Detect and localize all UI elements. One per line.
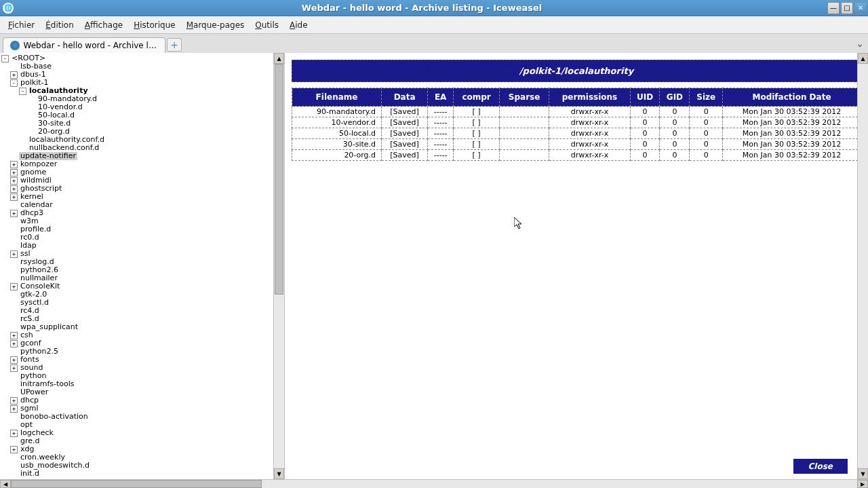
minimize-button[interactable]: —	[827, 2, 840, 14]
expand-icon[interactable]: +	[10, 405, 18, 413]
table-cell: 10-vendor.d	[292, 117, 382, 128]
tree-node[interactable]: init.d	[1, 470, 272, 478]
menu-aide[interactable]: Aide	[284, 19, 313, 31]
menu-affichage[interactable]: Affichage	[79, 19, 128, 31]
tree-node[interactable]: rc4.d	[1, 307, 272, 315]
column-header: EA	[428, 88, 454, 107]
table-row[interactable]: 20-org.d[Saved]-----[ ]drwxr-xr-x000Mon …	[292, 150, 861, 161]
menu-outils[interactable]: Outils	[250, 19, 284, 31]
expand-icon[interactable]: +	[10, 356, 18, 364]
tab-label: Webdar - hello word - Archive lis...	[24, 41, 158, 50]
tree-node[interactable]: +dhcp	[1, 396, 272, 405]
tree-node[interactable]: UPower	[1, 388, 272, 396]
tab-active[interactable]: Webdar - hello word - Archive lis...	[3, 37, 165, 53]
scroll-up-icon[interactable]: ▲	[858, 53, 868, 64]
table-cell: 0	[660, 128, 690, 139]
menu-fichier[interactable]: Fichier	[3, 19, 40, 31]
tree-node[interactable]: rc0.d	[1, 233, 272, 242]
scroll-left-icon[interactable]: ◀	[0, 480, 11, 488]
maximize-button[interactable]: □	[841, 2, 853, 14]
tree-node[interactable]: usb_modeswitch.d	[1, 462, 272, 470]
tree-vertical-scrollbar[interactable]: ▲ ▼	[273, 53, 284, 479]
table-cell: 0	[630, 117, 660, 128]
table-cell: drwxr-xr-x	[549, 107, 631, 117]
table-cell: [Saved]	[382, 139, 428, 150]
table-cell: -----	[428, 117, 454, 128]
column-header: GID	[660, 88, 690, 107]
expand-icon[interactable]: +	[10, 283, 18, 290]
column-header: permissions	[549, 88, 631, 107]
tree-label[interactable]: init.d	[19, 470, 41, 478]
expand-icon[interactable]: +	[10, 430, 18, 437]
table-cell: 20-org.d	[292, 150, 382, 161]
tree-scroll[interactable]: -<ROOT>lsb-base+dbus-1-polkit-1-localaut…	[0, 53, 273, 479]
tree-node[interactable]: wpa_supplicant	[1, 323, 272, 331]
menu-édition[interactable]: Édition	[40, 19, 79, 31]
tree-node[interactable]: python2.5	[1, 348, 272, 356]
table-cell	[499, 128, 549, 139]
table-cell: [ ]	[454, 117, 500, 128]
expand-icon[interactable]: +	[10, 250, 18, 258]
new-tab-button[interactable]: +	[167, 38, 182, 52]
table-body: 90-mandatory.d[Saved]-----[ ]drwxr-xr-x0…	[292, 107, 861, 161]
table-cell: 0	[690, 150, 723, 161]
table-row[interactable]: 50-local.d[Saved]-----[ ]drwxr-xr-x000Mo…	[292, 128, 861, 139]
scroll-thumb[interactable]	[11, 480, 262, 488]
expand-icon[interactable]: +	[10, 193, 18, 201]
expand-icon[interactable]: +	[10, 169, 18, 176]
tree-node[interactable]: +logcheck	[1, 429, 272, 437]
menu-historique[interactable]: Historique	[128, 19, 181, 31]
table-cell: 0	[690, 128, 723, 139]
expand-icon[interactable]: +	[10, 71, 18, 79]
expand-icon[interactable]: +	[10, 340, 18, 348]
collapse-icon[interactable]: -	[10, 79, 18, 87]
detail-vertical-scrollbar[interactable]: ▲ ▼	[857, 53, 868, 479]
scroll-down-icon[interactable]: ▼	[274, 468, 284, 479]
tree-node[interactable]: +dhcp3	[1, 209, 272, 217]
table-row[interactable]: 90-mandatory.d[Saved]-----[ ]drwxr-xr-x0…	[292, 107, 861, 117]
expand-icon[interactable]: +	[10, 210, 18, 217]
tree-node[interactable]: profile.d	[1, 225, 272, 233]
scroll-thumb[interactable]	[275, 64, 283, 295]
titlebar: 🌐 Webdar - hello word - Archive listing …	[0, 0, 868, 16]
expand-icon[interactable]: +	[10, 397, 18, 405]
expand-icon[interactable]: +	[10, 364, 18, 372]
window-title: Webdar - hello word - Archive listing - …	[16, 3, 827, 13]
table-row[interactable]: 30-site.d[Saved]-----[ ]drwxr-xr-x000Mon…	[292, 139, 861, 150]
expand-icon[interactable]: +	[10, 446, 18, 453]
table-cell: [ ]	[454, 150, 500, 161]
tabs-dropdown-icon[interactable]: ⌄	[856, 38, 864, 49]
table-header-row: FilenameDataEAcomprSparsepermissionsUIDG…	[292, 88, 861, 107]
collapse-icon[interactable]: -	[19, 88, 26, 95]
table-cell: 0	[660, 117, 690, 128]
close-button[interactable]: Close	[793, 459, 848, 474]
table-cell: Mon Jan 30 03:52:39 2012	[723, 150, 861, 161]
table-cell: 0	[630, 139, 660, 150]
tree-node[interactable]: gre.d	[1, 437, 272, 445]
tree-node[interactable]: ldap	[1, 242, 272, 250]
table-cell	[499, 107, 549, 117]
scroll-down-icon[interactable]: ▼	[858, 468, 868, 479]
table-cell: Mon Jan 30 03:52:39 2012	[723, 117, 861, 128]
table-cell: Mon Jan 30 03:52:39 2012	[723, 107, 861, 117]
tree-node[interactable]: bonobo-activation	[1, 413, 272, 421]
expand-icon[interactable]: +	[10, 185, 18, 193]
table-row[interactable]: 10-vendor.d[Saved]-----[ ]drwxr-xr-x000M…	[292, 117, 861, 128]
collapse-icon[interactable]: -	[1, 55, 9, 62]
scroll-up-icon[interactable]: ▲	[274, 53, 284, 64]
content-area: -<ROOT>lsb-base+dbus-1-polkit-1-localaut…	[0, 53, 868, 479]
menu-marque-pages[interactable]: Marque-pages	[181, 19, 250, 31]
tree-node[interactable]: sysctl.d	[1, 299, 272, 307]
horizontal-scrollbar[interactable]: ◀ ▶	[0, 479, 868, 488]
scroll-right-icon[interactable]: ▶	[857, 480, 868, 488]
table-cell: -----	[428, 139, 454, 150]
tree-node[interactable]: +csh	[1, 331, 272, 339]
scroll-track[interactable]	[11, 480, 857, 488]
table-cell: drwxr-xr-x	[549, 128, 631, 139]
expand-icon[interactable]: +	[10, 332, 18, 339]
expand-icon[interactable]: +	[10, 161, 18, 168]
expand-icon[interactable]: +	[10, 177, 18, 185]
close-window-button[interactable]: ✕	[854, 2, 867, 14]
column-header: compr	[454, 88, 500, 107]
table-cell	[499, 117, 549, 128]
